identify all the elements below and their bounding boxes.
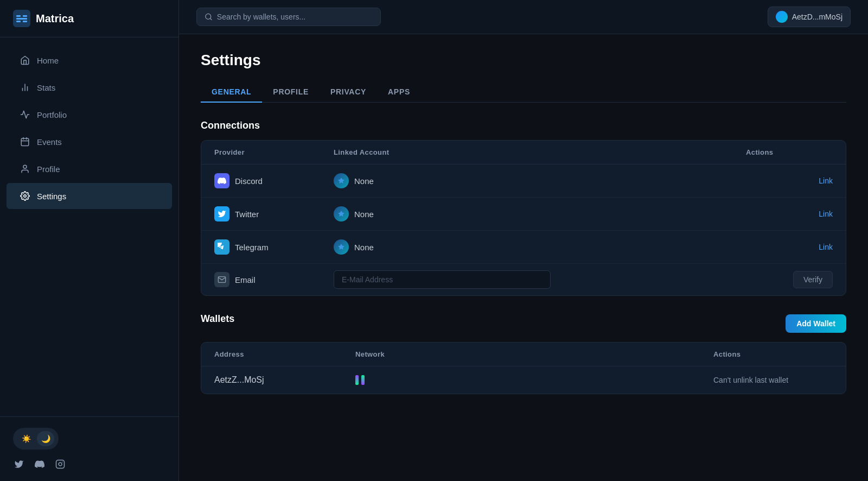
discord-none: None	[354, 176, 374, 186]
sidebar-bottom: ☀️ 🌙	[0, 416, 178, 481]
sidebar-item-portfolio[interactable]: Portfolio	[7, 102, 172, 128]
events-icon	[20, 136, 30, 147]
header-provider: Provider	[214, 148, 334, 156]
header-linked: Linked Account	[334, 148, 746, 156]
cant-unlink-label: Can't unlink last wallet	[713, 376, 833, 384]
table-row: AetzZ...MoSj Can't unlink last wallet	[201, 366, 846, 394]
logo: Matrica	[0, 0, 178, 37]
discord-icon	[214, 173, 229, 188]
search-icon	[205, 12, 213, 21]
email-input-wrap	[334, 270, 746, 289]
tab-general[interactable]: GENERAL	[201, 82, 262, 103]
header-network: Network	[355, 350, 713, 358]
chain-avatar	[334, 206, 349, 221]
wallets-title: Wallets	[201, 313, 234, 325]
search-bar[interactable]	[196, 8, 381, 26]
twitter-provider: Twitter	[214, 206, 334, 221]
discord-label: Discord	[235, 176, 263, 186]
stats-icon	[20, 82, 30, 93]
sidebar-item-label: Events	[37, 137, 62, 147]
email-input[interactable]	[334, 270, 551, 289]
sidebar-item-profile[interactable]: Profile	[7, 156, 172, 182]
svg-marker-19	[338, 178, 344, 183]
svg-rect-4	[16, 21, 21, 22]
svg-marker-20	[338, 211, 344, 217]
svg-rect-9	[21, 138, 29, 146]
wallets-header-row: Wallets Add Wallet	[201, 313, 846, 333]
profile-icon	[20, 163, 30, 174]
twitter-action: Link	[746, 209, 833, 219]
table-row: Discord None Link	[201, 164, 846, 198]
social-links	[13, 458, 165, 470]
main-content: AetzD...mMoSj Settings GENERAL PROFILE P…	[179, 0, 868, 481]
svg-point-13	[23, 165, 27, 168]
table-row: Telegram None Link	[201, 231, 846, 264]
dark-theme-button[interactable]: 🌙	[37, 431, 54, 446]
settings-icon	[20, 191, 30, 201]
page-content: Settings GENERAL PROFILE PRIVACY APPS Co…	[179, 34, 868, 481]
email-row: Email Verify	[201, 264, 846, 295]
header-actions: Actions	[746, 148, 833, 156]
user-name: AetzD...mMoSj	[792, 12, 843, 21]
home-icon	[20, 55, 30, 66]
theme-toggle[interactable]: ☀️ 🌙	[13, 428, 59, 450]
twitter-linked: None	[334, 206, 746, 221]
matrica-logo-icon	[13, 10, 30, 27]
telegram-linked: None	[334, 239, 746, 255]
telegram-none: None	[354, 243, 374, 252]
sidebar-item-settings[interactable]: Settings	[7, 183, 172, 209]
twitter-social-icon[interactable]	[13, 458, 25, 470]
svg-rect-3	[23, 15, 27, 17]
sidebar-item-home[interactable]: Home	[7, 47, 172, 73]
email-action: Verify	[746, 271, 833, 288]
light-theme-button[interactable]: ☀️	[17, 431, 35, 446]
discord-linked: None	[334, 173, 746, 188]
sidebar-item-stats[interactable]: Stats	[7, 74, 172, 100]
telegram-action: Link	[746, 242, 833, 252]
telegram-label: Telegram	[235, 243, 269, 252]
sidebar: Matrica Home Stats Por	[0, 0, 179, 481]
brand-name: Matrica	[36, 12, 74, 25]
network-icon	[355, 375, 713, 385]
discord-social-icon[interactable]	[34, 458, 46, 470]
sidebar-item-label: Profile	[37, 164, 60, 174]
discord-link-button[interactable]: Link	[819, 176, 833, 185]
svg-rect-2	[16, 18, 27, 20]
twitter-none: None	[354, 210, 374, 219]
connections-section: Connections Provider Linked Account Acti…	[201, 120, 846, 296]
tab-privacy[interactable]: PRIVACY	[320, 82, 377, 103]
email-icon	[214, 272, 229, 287]
sidebar-item-label: Stats	[37, 83, 55, 92]
wallets-table-header: Address Network Actions	[201, 343, 846, 366]
header-wallet-actions: Actions	[713, 350, 833, 358]
add-wallet-button[interactable]: Add Wallet	[786, 314, 846, 333]
tab-profile[interactable]: PROFILE	[262, 82, 320, 103]
table-row: Twitter None Link	[201, 198, 846, 231]
wallets-card: Address Network Actions AetzZ...MoSj Can…	[201, 342, 846, 394]
user-badge[interactable]: AetzD...mMoSj	[768, 7, 851, 27]
telegram-link-button[interactable]: Link	[819, 243, 833, 251]
verify-button[interactable]: Verify	[793, 271, 833, 288]
topbar: AetzD...mMoSj	[179, 0, 868, 34]
sidebar-nav: Home Stats Portfolio Ev	[0, 37, 178, 416]
email-label: Email	[235, 275, 256, 284]
search-input[interactable]	[217, 12, 373, 21]
tab-apps[interactable]: APPS	[377, 82, 421, 103]
email-provider: Email	[214, 272, 334, 287]
svg-rect-5	[23, 21, 27, 22]
twitter-link-button[interactable]: Link	[819, 210, 833, 218]
telegram-icon	[214, 239, 229, 255]
portfolio-icon	[20, 109, 30, 120]
connections-title: Connections	[201, 120, 846, 131]
avatar	[776, 11, 788, 23]
connections-table-header: Provider Linked Account Actions	[201, 141, 846, 164]
wallets-section: Wallets Add Wallet Address Network Actio…	[201, 313, 846, 394]
wallet-address: AetzZ...MoSj	[214, 375, 355, 385]
twitter-label: Twitter	[235, 210, 259, 219]
instagram-social-icon[interactable]	[54, 458, 66, 470]
header-address: Address	[214, 350, 355, 358]
connections-card: Provider Linked Account Actions Discord	[201, 140, 846, 296]
telegram-provider: Telegram	[214, 239, 334, 255]
sidebar-item-events[interactable]: Events	[7, 129, 172, 155]
svg-rect-15	[56, 460, 65, 469]
